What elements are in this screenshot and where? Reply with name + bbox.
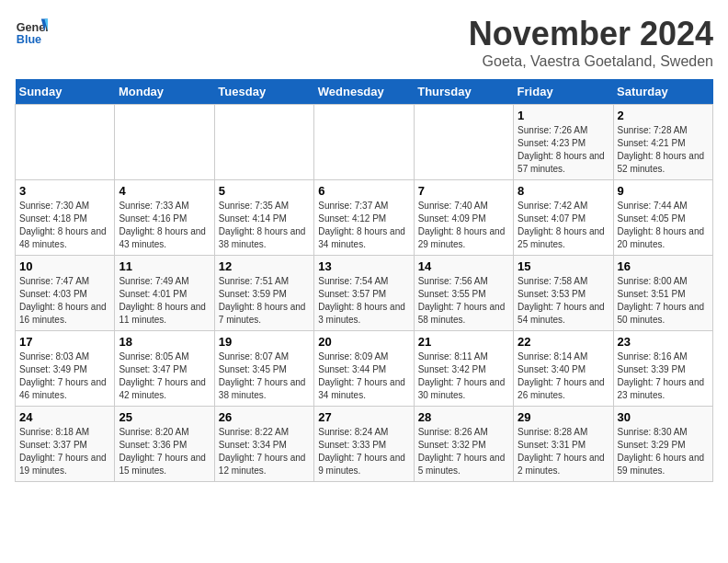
day-number: 28	[418, 410, 509, 424]
day-cell: 16Sunrise: 8:00 AMSunset: 3:51 PMDayligh…	[613, 256, 712, 331]
day-cell: 15Sunrise: 7:58 AMSunset: 3:53 PMDayligh…	[514, 256, 613, 331]
svg-text:Blue: Blue	[17, 33, 41, 46]
day-number: 17	[19, 335, 110, 349]
day-info: Sunrise: 7:26 AMSunset: 4:23 PMDaylight:…	[518, 124, 609, 176]
day-number: 15	[518, 259, 609, 273]
day-number: 29	[518, 410, 609, 424]
weekday-header-monday: Monday	[115, 79, 214, 105]
day-number: 4	[119, 184, 210, 198]
calendar-body: 1Sunrise: 7:26 AMSunset: 4:23 PMDaylight…	[16, 105, 713, 482]
day-cell: 3Sunrise: 7:30 AMSunset: 4:18 PMDaylight…	[16, 180, 115, 256]
calendar-header: SundayMondayTuesdayWednesdayThursdayFrid…	[16, 79, 713, 105]
weekday-row: SundayMondayTuesdayWednesdayThursdayFrid…	[16, 79, 713, 105]
week-row-5: 24Sunrise: 8:18 AMSunset: 3:37 PMDayligh…	[16, 407, 713, 482]
header: General Blue November 2024 Goeta, Vaestr…	[15, 15, 713, 70]
day-cell: 12Sunrise: 7:51 AMSunset: 3:59 PMDayligh…	[214, 256, 313, 331]
day-info: Sunrise: 8:22 AMSunset: 3:34 PMDaylight:…	[219, 426, 310, 477]
day-number: 5	[219, 184, 310, 198]
day-cell: 13Sunrise: 7:54 AMSunset: 3:57 PMDayligh…	[314, 256, 414, 331]
day-info: Sunrise: 7:56 AMSunset: 3:55 PMDaylight:…	[418, 275, 509, 327]
weekday-header-sunday: Sunday	[16, 79, 115, 105]
calendar: SundayMondayTuesdayWednesdayThursdayFrid…	[15, 79, 713, 482]
day-info: Sunrise: 7:49 AMSunset: 4:01 PMDaylight:…	[119, 275, 210, 327]
title-area: November 2024 Goeta, Vaestra Goetaland, …	[469, 15, 713, 70]
day-number: 25	[119, 410, 210, 424]
day-number: 12	[219, 259, 310, 273]
day-number: 3	[19, 184, 110, 198]
day-info: Sunrise: 8:28 AMSunset: 3:31 PMDaylight:…	[518, 426, 609, 477]
day-number: 8	[518, 184, 609, 198]
day-cell: 8Sunrise: 7:42 AMSunset: 4:07 PMDaylight…	[514, 180, 613, 256]
day-info: Sunrise: 7:37 AMSunset: 4:12 PMDaylight:…	[318, 200, 409, 251]
day-number: 16	[618, 259, 709, 273]
weekday-header-tuesday: Tuesday	[214, 79, 313, 105]
day-cell	[214, 105, 313, 180]
day-cell: 20Sunrise: 8:09 AMSunset: 3:44 PMDayligh…	[314, 331, 414, 407]
day-number: 19	[219, 335, 310, 349]
day-cell: 29Sunrise: 8:28 AMSunset: 3:31 PMDayligh…	[514, 407, 613, 482]
day-info: Sunrise: 8:16 AMSunset: 3:39 PMDaylight:…	[618, 350, 709, 402]
day-number: 9	[618, 184, 709, 198]
location-title: Goeta, Vaestra Goetaland, Sweden	[469, 53, 713, 70]
day-number: 1	[518, 109, 609, 122]
day-info: Sunrise: 8:07 AMSunset: 3:45 PMDaylight:…	[219, 350, 310, 402]
day-cell: 27Sunrise: 8:24 AMSunset: 3:33 PMDayligh…	[314, 407, 414, 482]
logo: General Blue	[15, 15, 48, 48]
day-cell: 24Sunrise: 8:18 AMSunset: 3:37 PMDayligh…	[16, 407, 115, 482]
day-info: Sunrise: 7:35 AMSunset: 4:14 PMDaylight:…	[219, 200, 310, 251]
weekday-header-friday: Friday	[514, 79, 613, 105]
day-number: 6	[318, 184, 409, 198]
day-cell: 10Sunrise: 7:47 AMSunset: 4:03 PMDayligh…	[16, 256, 115, 331]
day-cell	[115, 105, 214, 180]
day-cell	[414, 105, 513, 180]
day-cell: 17Sunrise: 8:03 AMSunset: 3:49 PMDayligh…	[16, 331, 115, 407]
logo-icon: General Blue	[15, 15, 48, 48]
day-info: Sunrise: 8:24 AMSunset: 3:33 PMDaylight:…	[318, 426, 409, 477]
day-info: Sunrise: 7:51 AMSunset: 3:59 PMDaylight:…	[219, 275, 310, 327]
day-info: Sunrise: 8:18 AMSunset: 3:37 PMDaylight:…	[19, 426, 110, 477]
day-info: Sunrise: 7:28 AMSunset: 4:21 PMDaylight:…	[618, 124, 709, 176]
week-row-1: 1Sunrise: 7:26 AMSunset: 4:23 PMDaylight…	[16, 105, 713, 180]
day-number: 7	[418, 184, 509, 198]
week-row-3: 10Sunrise: 7:47 AMSunset: 4:03 PMDayligh…	[16, 256, 713, 331]
day-info: Sunrise: 8:30 AMSunset: 3:29 PMDaylight:…	[618, 426, 709, 477]
day-info: Sunrise: 8:20 AMSunset: 3:36 PMDaylight:…	[119, 426, 210, 477]
day-info: Sunrise: 7:47 AMSunset: 4:03 PMDaylight:…	[19, 275, 110, 327]
day-info: Sunrise: 7:54 AMSunset: 3:57 PMDaylight:…	[318, 275, 409, 327]
day-number: 26	[219, 410, 310, 424]
day-cell	[16, 105, 115, 180]
day-number: 22	[518, 335, 609, 349]
day-number: 20	[318, 335, 409, 349]
day-cell: 6Sunrise: 7:37 AMSunset: 4:12 PMDaylight…	[314, 180, 414, 256]
day-number: 13	[318, 259, 409, 273]
weekday-header-saturday: Saturday	[613, 79, 712, 105]
day-info: Sunrise: 8:11 AMSunset: 3:42 PMDaylight:…	[418, 350, 509, 402]
day-cell: 28Sunrise: 8:26 AMSunset: 3:32 PMDayligh…	[414, 407, 513, 482]
day-number: 2	[618, 109, 709, 122]
day-cell: 22Sunrise: 8:14 AMSunset: 3:40 PMDayligh…	[514, 331, 613, 407]
day-cell: 11Sunrise: 7:49 AMSunset: 4:01 PMDayligh…	[115, 256, 214, 331]
day-number: 14	[418, 259, 509, 273]
day-number: 30	[618, 410, 709, 424]
weekday-header-wednesday: Wednesday	[314, 79, 414, 105]
day-number: 18	[119, 335, 210, 349]
day-number: 23	[618, 335, 709, 349]
day-number: 24	[19, 410, 110, 424]
week-row-4: 17Sunrise: 8:03 AMSunset: 3:49 PMDayligh…	[16, 331, 713, 407]
day-number: 27	[318, 410, 409, 424]
day-info: Sunrise: 7:58 AMSunset: 3:53 PMDaylight:…	[518, 275, 609, 327]
day-cell: 1Sunrise: 7:26 AMSunset: 4:23 PMDaylight…	[514, 105, 613, 180]
month-title: November 2024	[469, 15, 713, 53]
day-info: Sunrise: 7:30 AMSunset: 4:18 PMDaylight:…	[19, 200, 110, 251]
day-info: Sunrise: 8:14 AMSunset: 3:40 PMDaylight:…	[518, 350, 609, 402]
week-row-2: 3Sunrise: 7:30 AMSunset: 4:18 PMDaylight…	[16, 180, 713, 256]
day-cell: 5Sunrise: 7:35 AMSunset: 4:14 PMDaylight…	[214, 180, 313, 256]
day-cell: 2Sunrise: 7:28 AMSunset: 4:21 PMDaylight…	[613, 105, 712, 180]
day-cell: 26Sunrise: 8:22 AMSunset: 3:34 PMDayligh…	[214, 407, 313, 482]
day-info: Sunrise: 7:42 AMSunset: 4:07 PMDaylight:…	[518, 200, 609, 251]
day-info: Sunrise: 7:40 AMSunset: 4:09 PMDaylight:…	[418, 200, 509, 251]
day-cell: 21Sunrise: 8:11 AMSunset: 3:42 PMDayligh…	[414, 331, 513, 407]
day-info: Sunrise: 8:09 AMSunset: 3:44 PMDaylight:…	[318, 350, 409, 402]
weekday-header-thursday: Thursday	[414, 79, 513, 105]
day-cell: 25Sunrise: 8:20 AMSunset: 3:36 PMDayligh…	[115, 407, 214, 482]
